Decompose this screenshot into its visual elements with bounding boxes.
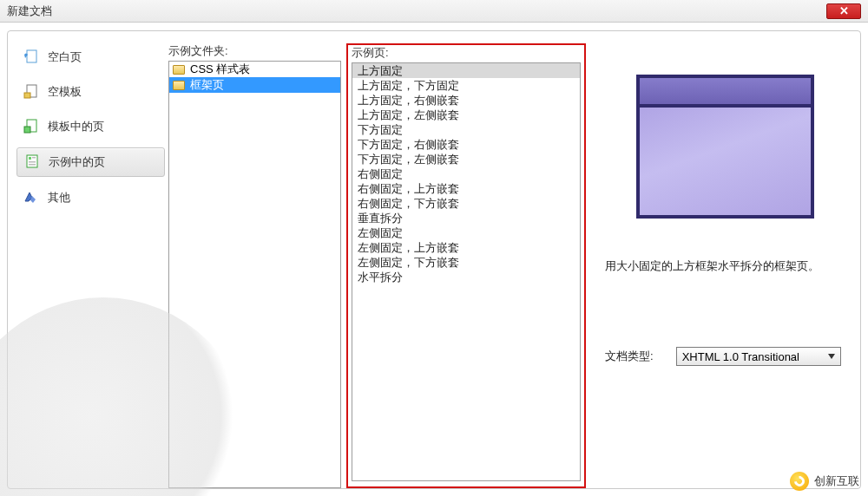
page-row[interactable]: 左侧固定 xyxy=(352,225,580,240)
folder-label: CSS 样式表 xyxy=(190,62,250,77)
svg-rect-4 xyxy=(24,127,30,133)
sidebar-item-label: 空白页 xyxy=(48,49,82,65)
svg-rect-9 xyxy=(29,164,36,166)
page-row[interactable]: 垂直拆分 xyxy=(352,211,580,225)
page-row[interactable]: 水平拆分 xyxy=(352,270,580,284)
frameset-preview xyxy=(636,75,814,219)
watermark: 创新互联 xyxy=(790,472,859,491)
sidebar-item-label: 示例中的页 xyxy=(49,154,105,170)
chevron-down-icon xyxy=(828,354,835,359)
close-button[interactable]: ✕ xyxy=(826,3,861,19)
blank-template-icon xyxy=(22,83,41,101)
page-row[interactable]: 上方固定，右侧嵌套 xyxy=(352,93,580,108)
svg-rect-0 xyxy=(27,50,36,62)
sidebar-item-label: 其他 xyxy=(48,190,70,206)
sidebar-item-template-page[interactable]: 模板中的页 xyxy=(16,113,165,140)
folder-icon xyxy=(173,65,185,75)
sample-folder-column: 示例文件夹: CSS 样式表框架页 xyxy=(168,31,346,488)
watermark-icon xyxy=(790,472,809,491)
category-sidebar: 空白页 空模板 模板中的页 示例中的页 其他 xyxy=(8,31,168,488)
document-type-value: XHTML 1.0 Transitional xyxy=(682,350,799,363)
sidebar-item-label: 模板中的页 xyxy=(48,119,104,134)
title-bar: 新建文档 ✕ xyxy=(0,0,868,23)
folder-row[interactable]: CSS 样式表 xyxy=(169,62,340,77)
folder-icon xyxy=(173,81,185,90)
folder-label: 框架页 xyxy=(190,77,224,93)
svg-rect-6 xyxy=(29,157,31,160)
svg-rect-7 xyxy=(32,157,36,159)
sidebar-item-sample-page[interactable]: 示例中的页 xyxy=(16,147,165,177)
page-row[interactable]: 左侧固定，上方嵌套 xyxy=(352,240,580,255)
page-row[interactable]: 右侧固定，上方嵌套 xyxy=(352,181,580,196)
preview-description: 用大小固定的上方框架水平拆分的框架页。 xyxy=(603,258,819,274)
page-row[interactable]: 下方固定，右侧嵌套 xyxy=(352,137,580,152)
page-row[interactable]: 上方固定 xyxy=(352,63,580,78)
page-row[interactable]: 右侧固定 xyxy=(352,166,580,181)
document-type-dropdown[interactable]: XHTML 1.0 Transitional xyxy=(676,347,841,366)
page-row[interactable]: 右侧固定，下方嵌套 xyxy=(352,196,580,211)
page-row[interactable]: 左侧固定，下方嵌套 xyxy=(352,255,580,270)
folder-list[interactable]: CSS 样式表框架页 xyxy=(168,61,341,488)
svg-rect-2 xyxy=(24,93,30,98)
sidebar-item-label: 空模板 xyxy=(48,84,82,100)
folder-column-label: 示例文件夹: xyxy=(168,43,341,59)
sidebar-item-other[interactable]: 其他 xyxy=(16,184,165,212)
other-icon xyxy=(22,189,41,206)
document-type-row: 文档类型: XHTML 1.0 Transitional xyxy=(603,347,846,366)
sample-page-highlight-border: 示例页: 上方固定上方固定，下方固定上方固定，右侧嵌套上方固定，左侧嵌套下方固定… xyxy=(346,43,586,488)
page-row[interactable]: 上方固定，左侧嵌套 xyxy=(352,108,580,122)
watermark-text: 创新互联 xyxy=(814,473,859,489)
blank-page-icon xyxy=(22,49,41,66)
template-page-icon xyxy=(22,118,41,135)
close-icon: ✕ xyxy=(839,4,849,17)
document-type-label: 文档类型: xyxy=(605,349,654,364)
dialog-frame: 空白页 空模板 模板中的页 示例中的页 其他 示例 xyxy=(7,30,861,489)
folder-row[interactable]: 框架页 xyxy=(169,77,340,93)
page-row[interactable]: 上方固定，下方固定 xyxy=(352,78,580,93)
sample-page-icon xyxy=(23,153,42,171)
sidebar-item-blank-template[interactable]: 空模板 xyxy=(16,78,165,106)
sample-page-column: 示例页: 上方固定上方固定，下方固定上方固定，右侧嵌套上方固定，左侧嵌套下方固定… xyxy=(346,31,586,488)
svg-rect-8 xyxy=(29,161,36,163)
page-list[interactable]: 上方固定上方固定，下方固定上方固定，右侧嵌套上方固定，左侧嵌套下方固定下方固定，… xyxy=(352,62,581,481)
page-column-label: 示例页: xyxy=(352,45,581,61)
page-row[interactable]: 下方固定 xyxy=(352,122,580,137)
preview-column: 用大小固定的上方框架水平拆分的框架页。 文档类型: XHTML 1.0 Tran… xyxy=(586,31,860,488)
sidebar-item-blank-page[interactable]: 空白页 xyxy=(16,43,165,71)
preview-top-frame xyxy=(640,78,811,108)
window-title: 新建文档 xyxy=(7,3,52,19)
page-row[interactable]: 下方固定，左侧嵌套 xyxy=(352,152,580,166)
